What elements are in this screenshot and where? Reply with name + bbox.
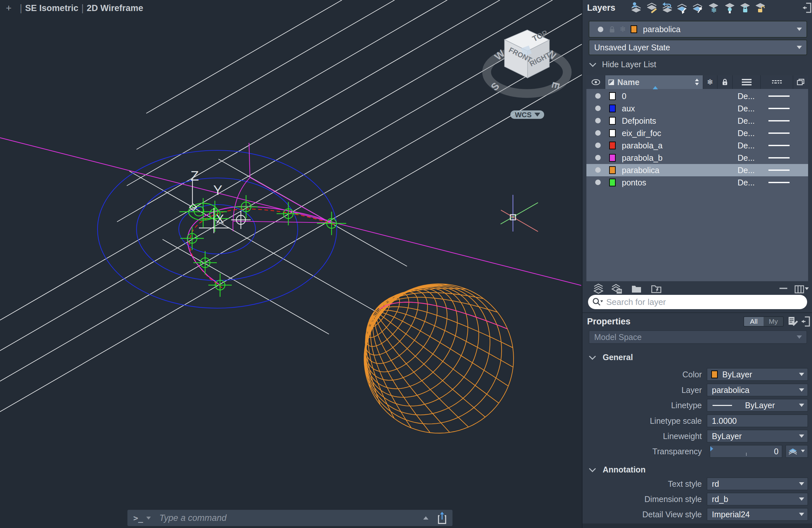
layer-color-swatch[interactable] bbox=[609, 92, 616, 100]
command-history-dropdown-icon[interactable] bbox=[146, 517, 151, 519]
layer-color-swatch[interactable] bbox=[609, 141, 616, 149]
layer-color-swatch[interactable] bbox=[609, 166, 616, 174]
color-dropdown[interactable]: ByLayer bbox=[707, 368, 808, 381]
layer-on-indicator[interactable] bbox=[595, 167, 601, 173]
layer-on-indicator[interactable] bbox=[595, 142, 601, 148]
layer-color-swatch[interactable] bbox=[609, 129, 616, 137]
layer-on-indicator[interactable] bbox=[595, 180, 601, 185]
layer-search[interactable] bbox=[588, 295, 807, 309]
view-name-control[interactable]: SE Isometric bbox=[25, 3, 78, 13]
layer-color-swatch[interactable] bbox=[609, 179, 616, 186]
match-layer-icon[interactable] bbox=[647, 3, 656, 13]
columns-dropdown-icon[interactable] bbox=[805, 287, 809, 290]
annotation-section-header[interactable]: Annotation bbox=[582, 465, 812, 475]
layer-filter-folder-icon[interactable] bbox=[650, 283, 663, 295]
make-object-layer-current-icon[interactable] bbox=[632, 2, 641, 12]
filter-my-button[interactable]: My bbox=[764, 317, 783, 326]
layer-row[interactable]: 0 De... bbox=[586, 90, 808, 102]
layer-state-dropdown[interactable]: Unsaved Layer State bbox=[589, 40, 807, 55]
detail-view-style-dropdown[interactable]: Imperial24 bbox=[707, 508, 808, 521]
layer-linetype-sample[interactable] bbox=[768, 182, 789, 183]
layer-linetype-sample[interactable] bbox=[768, 145, 789, 146]
column-plot[interactable] bbox=[793, 75, 808, 89]
unlock-layer-icon[interactable] bbox=[756, 3, 765, 12]
layer-color-swatch[interactable] bbox=[609, 117, 616, 125]
column-freeze[interactable]: ❄ bbox=[703, 75, 717, 89]
model-viewport[interactable]: Z Y X W N S E TOP FRONT RIGHT bbox=[0, 0, 582, 528]
dropdown-caret-icon[interactable] bbox=[797, 46, 802, 49]
layer-dropdown[interactable]: parabolica bbox=[707, 383, 808, 396]
dropdown-caret-icon[interactable] bbox=[799, 388, 804, 392]
new-layer-vp-freeze-icon[interactable] bbox=[611, 283, 623, 295]
command-expand-icon[interactable] bbox=[423, 516, 429, 519]
linetype-scale-input[interactable]: 1.0000 bbox=[707, 414, 808, 427]
dimension-style-dropdown[interactable]: rd_b bbox=[707, 493, 808, 506]
layer-search-input[interactable] bbox=[606, 297, 789, 307]
layer-group-folder-icon[interactable] bbox=[630, 283, 643, 295]
layer-color-swatch[interactable] bbox=[609, 105, 616, 112]
unisolate-layer-icon[interactable] bbox=[693, 4, 702, 13]
layer-linetype-sample[interactable] bbox=[768, 169, 789, 171]
layer-linetype-sample[interactable] bbox=[768, 95, 789, 97]
share-icon[interactable] bbox=[436, 511, 448, 525]
remove-layer-icon[interactable] bbox=[780, 288, 787, 289]
dropdown-caret-icon[interactable] bbox=[799, 435, 804, 438]
layer-lineweight[interactable]: De... bbox=[738, 116, 755, 126]
layer-linetype-sample[interactable] bbox=[768, 108, 789, 109]
layer-row[interactable]: parabola_b De... bbox=[586, 152, 808, 164]
layer-off-icon[interactable] bbox=[725, 3, 734, 13]
columns-icon[interactable] bbox=[794, 283, 806, 296]
layer-lineweight[interactable]: De... bbox=[738, 129, 755, 138]
layer-row[interactable]: pontos De... bbox=[586, 176, 808, 188]
visual-style-control[interactable]: 2D Wireframe bbox=[87, 3, 143, 13]
layer-on-indicator[interactable] bbox=[595, 106, 601, 111]
general-section-header[interactable]: General bbox=[582, 353, 812, 362]
linetype-dropdown[interactable]: ByLayer bbox=[707, 399, 808, 412]
column-name[interactable]: Name bbox=[605, 75, 703, 89]
collapse-layers-panel-icon[interactable] bbox=[802, 2, 812, 14]
transparency-bylayer-button[interactable] bbox=[785, 445, 808, 458]
dropdown-caret-icon[interactable] bbox=[797, 28, 802, 31]
column-visibility[interactable] bbox=[586, 75, 605, 89]
layer-on-indicator[interactable] bbox=[595, 93, 601, 99]
dropdown-caret-icon[interactable] bbox=[799, 497, 804, 501]
layer-lineweight[interactable]: De... bbox=[738, 166, 755, 175]
column-lock[interactable] bbox=[717, 75, 733, 89]
hide-layer-list-toggle[interactable]: Hide Layer List bbox=[582, 59, 812, 70]
layer-row[interactable]: aux De... bbox=[586, 102, 808, 115]
layer-row[interactable]: Defpoints De... bbox=[586, 115, 808, 127]
layer-on-indicator[interactable] bbox=[595, 130, 601, 136]
add-viewport-button[interactable]: + bbox=[6, 3, 12, 14]
layer-lineweight[interactable]: De... bbox=[738, 104, 755, 113]
space-selector[interactable]: Model Space bbox=[589, 330, 807, 344]
column-lineweight[interactable] bbox=[733, 75, 760, 89]
isolate-layer-icon[interactable] bbox=[678, 4, 686, 14]
layer-row-selected[interactable]: parabolica De... bbox=[586, 164, 808, 176]
current-layer-dropdown[interactable]: ❄ parabolica bbox=[589, 21, 807, 38]
lineweight-dropdown[interactable]: ByLayer bbox=[707, 429, 808, 442]
text-style-dropdown[interactable]: rd bbox=[707, 477, 808, 490]
sort-arrows-icon[interactable] bbox=[695, 79, 699, 86]
layer-color-swatch[interactable] bbox=[609, 154, 616, 162]
wcs-menu[interactable]: WCS bbox=[510, 110, 544, 119]
new-layer-icon[interactable] bbox=[592, 283, 605, 295]
command-input[interactable] bbox=[159, 513, 423, 524]
layer-lineweight[interactable]: De... bbox=[738, 92, 755, 101]
layer-lineweight[interactable]: De... bbox=[738, 141, 755, 150]
slider-handle[interactable] bbox=[710, 446, 713, 451]
layer-lineweight[interactable]: De... bbox=[738, 178, 755, 187]
layer-on-indicator[interactable] bbox=[595, 155, 601, 161]
layer-lineweight[interactable]: De... bbox=[738, 153, 755, 163]
dropdown-caret-icon[interactable] bbox=[799, 404, 804, 407]
command-bar[interactable]: >_ bbox=[127, 510, 452, 526]
layer-previous-icon[interactable] bbox=[663, 2, 672, 12]
layer-row[interactable]: parabola_a De... bbox=[586, 139, 808, 152]
layer-row[interactable]: eix_dir_foc De... bbox=[586, 127, 808, 139]
layer-on-indicator[interactable] bbox=[595, 118, 601, 123]
layer-linetype-sample[interactable] bbox=[768, 120, 789, 121]
collapse-properties-panel-icon[interactable] bbox=[801, 316, 811, 327]
dropdown-caret-icon[interactable] bbox=[799, 482, 804, 485]
layer-linetype-sample[interactable] bbox=[768, 157, 789, 159]
dropdown-caret-icon[interactable] bbox=[801, 450, 805, 452]
ucs-icon[interactable]: Z Y X bbox=[189, 168, 224, 226]
